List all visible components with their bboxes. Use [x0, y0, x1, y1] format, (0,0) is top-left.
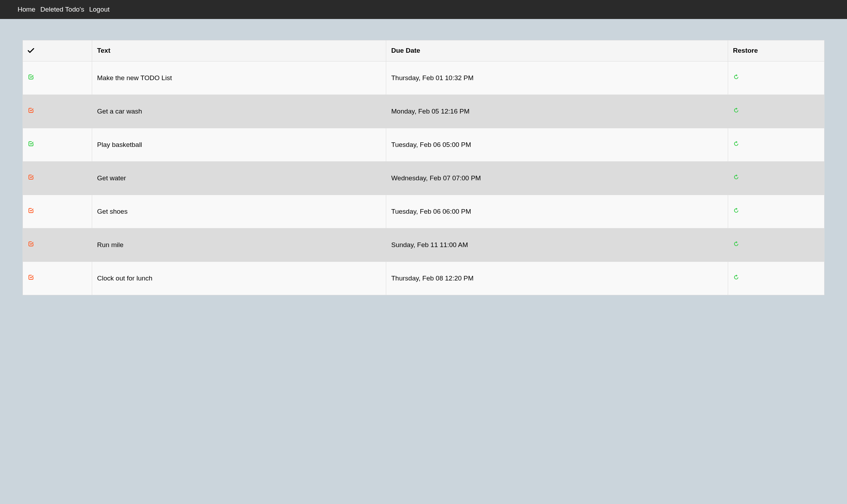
cell-due-date: Tuesday, Feb 06 05:00 PM	[386, 128, 728, 161]
check-icon	[28, 47, 34, 55]
cell-text: Get a car wash	[92, 95, 386, 128]
cell-text: Get shoes	[92, 195, 386, 228]
nav-logout[interactable]: Logout	[88, 6, 110, 13]
restore-icon[interactable]	[733, 141, 739, 149]
navbar: Home Deleted Todo's Logout	[0, 0, 847, 19]
cell-restore	[728, 95, 824, 128]
status-check-icon	[28, 174, 34, 182]
status-check-icon	[28, 241, 34, 249]
deleted-todos-table: Text Due Date Restore Make the new TODO …	[23, 40, 824, 295]
cell-status	[23, 161, 92, 195]
cell-status	[23, 228, 92, 261]
cell-restore	[728, 128, 824, 161]
cell-due-date: Wednesday, Feb 07 07:00 PM	[386, 161, 728, 195]
restore-icon[interactable]	[733, 174, 739, 182]
cell-due-date: Tuesday, Feb 06 06:00 PM	[386, 195, 728, 228]
cell-restore	[728, 261, 824, 295]
cell-due-date: Sunday, Feb 11 11:00 AM	[386, 228, 728, 261]
status-check-icon	[28, 107, 34, 115]
cell-text: Make the new TODO List	[92, 61, 386, 95]
main-content: Text Due Date Restore Make the new TODO …	[0, 19, 847, 316]
nav-deleted-todos[interactable]: Deleted Todo's	[40, 6, 85, 13]
table-row: Get a car washMonday, Feb 05 12:16 PM	[23, 95, 824, 128]
cell-restore	[728, 228, 824, 261]
table-row: Get waterWednesday, Feb 07 07:00 PM	[23, 161, 824, 195]
header-text: Text	[92, 40, 386, 62]
cell-text: Clock out for lunch	[92, 261, 386, 295]
cell-status	[23, 128, 92, 161]
header-due-date: Due Date	[386, 40, 728, 62]
cell-due-date: Thursday, Feb 08 12:20 PM	[386, 261, 728, 295]
cell-status	[23, 261, 92, 295]
header-status	[23, 40, 92, 62]
status-check-icon	[28, 74, 34, 82]
nav-home[interactable]: Home	[17, 6, 36, 13]
cell-text: Run mile	[92, 228, 386, 261]
table-row: Clock out for lunchThursday, Feb 08 12:2…	[23, 261, 824, 295]
status-check-icon	[28, 274, 34, 282]
restore-icon[interactable]	[733, 107, 739, 115]
restore-icon[interactable]	[733, 274, 739, 282]
restore-icon[interactable]	[733, 241, 739, 249]
table-row: Make the new TODO ListThursday, Feb 01 1…	[23, 61, 824, 95]
restore-icon[interactable]	[733, 207, 739, 215]
cell-restore	[728, 61, 824, 95]
cell-due-date: Monday, Feb 05 12:16 PM	[386, 95, 728, 128]
restore-icon[interactable]	[733, 74, 739, 82]
cell-restore	[728, 161, 824, 195]
table-row: Run mileSunday, Feb 11 11:00 AM	[23, 228, 824, 261]
cell-text: Get water	[92, 161, 386, 195]
status-check-icon	[28, 141, 34, 149]
cell-text: Play basketball	[92, 128, 386, 161]
cell-status	[23, 195, 92, 228]
cell-due-date: Thursday, Feb 01 10:32 PM	[386, 61, 728, 95]
header-restore: Restore	[728, 40, 824, 62]
table-row: Get shoesTuesday, Feb 06 06:00 PM	[23, 195, 824, 228]
cell-status	[23, 95, 92, 128]
table-row: Play basketballTuesday, Feb 06 05:00 PM	[23, 128, 824, 161]
status-check-icon	[28, 207, 34, 215]
cell-status	[23, 61, 92, 95]
cell-restore	[728, 195, 824, 228]
table-header-row: Text Due Date Restore	[23, 40, 824, 62]
